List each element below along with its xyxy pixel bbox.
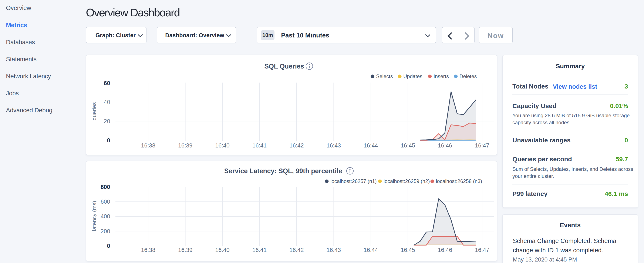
svg-text:16:46: 16:46: [438, 142, 452, 149]
svg-text:16:39: 16:39: [178, 142, 193, 149]
svg-text:16:47: 16:47: [475, 247, 490, 253]
svg-text:Selects: Selects: [376, 73, 393, 79]
svg-text:16:41: 16:41: [252, 247, 267, 253]
svg-text:Deletes: Deletes: [460, 73, 477, 79]
svg-text:20: 20: [104, 118, 110, 124]
svg-text:16:44: 16:44: [364, 142, 378, 149]
svg-text:16:38: 16:38: [141, 247, 156, 253]
svg-text:16:42: 16:42: [289, 142, 304, 149]
svg-text:16:43: 16:43: [326, 247, 341, 253]
svg-text:Inserts: Inserts: [434, 73, 449, 79]
svg-text:16:41: 16:41: [252, 142, 267, 149]
svg-text:16:45: 16:45: [401, 142, 415, 149]
svg-text:localhost:26259 (n2): localhost:26259 (n2): [384, 178, 430, 184]
svg-text:localhost:26257 (n1): localhost:26257 (n1): [330, 178, 376, 184]
svg-text:Updates: Updates: [403, 73, 422, 79]
svg-text:16:47: 16:47: [475, 142, 490, 149]
svg-text:600: 600: [100, 198, 110, 205]
svg-text:latency (ms): latency (ms): [91, 201, 98, 231]
svg-text:16:40: 16:40: [215, 142, 230, 149]
svg-text:40: 40: [104, 99, 110, 105]
svg-text:800: 800: [100, 184, 110, 190]
svg-text:16:45: 16:45: [401, 247, 415, 253]
svg-text:16:40: 16:40: [215, 247, 230, 253]
svg-text:Service Latency: SQL, 99th per: Service Latency: SQL, 99th percentile: [224, 167, 342, 175]
svg-text:16:39: 16:39: [178, 247, 193, 253]
svg-text:SQL Queries: SQL Queries: [264, 63, 304, 70]
svg-text:16:38: 16:38: [141, 142, 156, 149]
svg-text:16:44: 16:44: [364, 247, 378, 253]
svg-text:0: 0: [107, 243, 110, 249]
svg-text:16:46: 16:46: [438, 247, 452, 253]
svg-text:16:43: 16:43: [326, 142, 341, 149]
svg-text:queries: queries: [91, 102, 98, 120]
svg-text:200: 200: [100, 228, 110, 234]
svg-text:60: 60: [104, 80, 110, 86]
svg-text:16:42: 16:42: [289, 247, 304, 253]
svg-text:localhost:26258 (n3): localhost:26258 (n3): [436, 178, 482, 184]
svg-text:0: 0: [107, 137, 110, 144]
svg-text:400: 400: [100, 213, 110, 220]
